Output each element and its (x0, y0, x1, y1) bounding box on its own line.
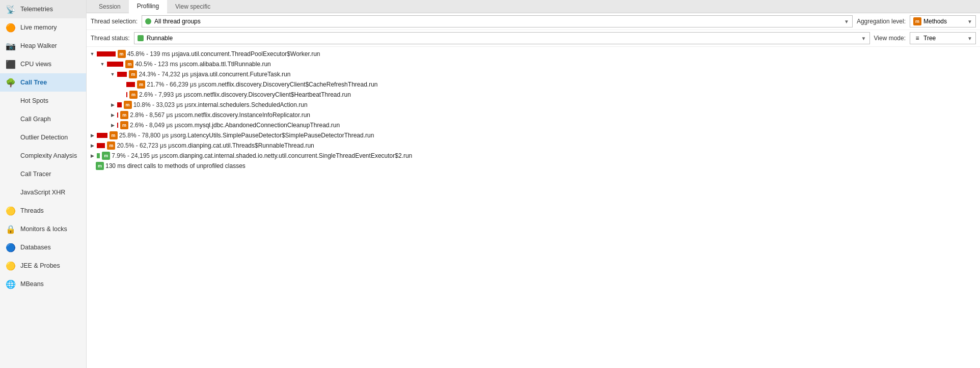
percent-bar (117, 72, 127, 77)
mbeans-label: MBeans (20, 280, 44, 288)
thread-selection-value: All thread groups (154, 18, 201, 25)
row-percent: 2.6% - 7,993 μs μs (139, 91, 190, 98)
row-text: 130 ms direct calls to methods of unprof… (105, 162, 246, 169)
hot-spots-label: Hot Spots (20, 97, 48, 104)
expand-btn[interactable]: ▶ (89, 132, 96, 139)
expand-btn[interactable]: ▼ (89, 50, 96, 58)
sidebar-item-databases[interactable]: 🔵Databases (0, 238, 86, 257)
method-icon: m (118, 50, 126, 58)
method-icon: m (96, 162, 104, 170)
table-row[interactable]: ▶m7.9% - 24,195 μs μs com.dianping.cat.i… (87, 151, 980, 161)
expand-btn[interactable]: ▶ (89, 152, 96, 159)
expand-btn[interactable]: ▶ (109, 101, 116, 108)
threads-icon: 🟡 (5, 205, 16, 216)
aggregation-level-value: Methods (923, 18, 947, 25)
percent-bar (97, 51, 116, 56)
aggregation-level-select[interactable]: m Methods ▼ (910, 15, 976, 27)
outlier-detection-label: Outlier Detection (20, 134, 68, 141)
main-content: Session Profiling View specific Thread s… (87, 0, 980, 368)
call-tracer-icon (5, 168, 16, 180)
sidebar-item-complexity-analysis[interactable]: Complexity Analysis (0, 147, 86, 165)
call-tree-icon: 🌳 (5, 77, 16, 88)
view-mode-select[interactable]: ≡ Tree ▼ (910, 32, 976, 44)
call-graph-label: Call Graph (20, 116, 51, 123)
table-row[interactable]: m130 ms direct calls to methods of unpro… (87, 161, 980, 171)
method-icon: m (129, 70, 137, 78)
view-specific-button[interactable]: View specific (167, 0, 219, 13)
sidebar-item-telemetries[interactable]: 📡Telemetries (0, 0, 86, 18)
thread-status-dot (138, 35, 144, 41)
sidebar-item-heap-walker[interactable]: 📷Heap Walker (0, 37, 86, 55)
row-text: com.netflix.discovery.InstanceInfoReplic… (181, 111, 310, 119)
sidebar-item-monitors-locks[interactable]: 🔒Monitors & locks (0, 220, 86, 238)
percent-bar (107, 62, 123, 67)
live-memory-icon: 🟠 (5, 22, 16, 33)
sidebar-item-cpu-views[interactable]: ⬛CPU views (0, 55, 86, 73)
methods-icon: m (913, 17, 921, 25)
table-row[interactable]: ▶m25.8% - 78,800 μs μs org.LatencyUtils.… (87, 130, 980, 140)
sidebar-item-call-graph[interactable]: Call Graph (0, 110, 86, 128)
percent-bar (117, 102, 122, 107)
table-row[interactable]: ▼m40.5% - 123 ms μs com.alibaba.ttl.TtlR… (87, 59, 980, 69)
row-percent: 2.8% - 8,567 μs μs (130, 111, 181, 119)
sidebar-item-call-tree[interactable]: 🌳Call Tree (0, 73, 86, 92)
table-row[interactable]: ▶m2.6% - 8,049 μs μs com.mysql.jdbc.Aban… (87, 120, 980, 130)
profiling-button[interactable]: Profiling (129, 0, 167, 13)
percent-bar (117, 112, 118, 118)
expand-btn[interactable]: ▶ (109, 111, 116, 119)
sidebar-item-hot-spots[interactable]: Hot Spots (0, 92, 86, 110)
tree-icon: ≡ (913, 34, 921, 42)
row-percent: 21.7% - 66,239 μs μs (147, 81, 205, 88)
row-text: com.alibaba.ttl.TtlRunnable.run (186, 61, 271, 68)
outlier-detection-icon (5, 132, 16, 143)
percent-bar (97, 153, 100, 158)
table-row[interactable]: m21.7% - 66,239 μs μs com.netflix.discov… (87, 79, 980, 90)
sidebar-item-mbeans[interactable]: 🌐MBeans (0, 275, 86, 293)
session-button[interactable]: Session (91, 0, 129, 13)
percent-bar (117, 123, 118, 128)
rows-area: ▼m45.8% - 139 ms μs java.util.concurrent… (87, 47, 980, 368)
row-percent: 7.9% - 24,195 μs μs (112, 152, 166, 159)
view-mode-label: View mode: (874, 35, 906, 42)
sidebar-item-outlier-detection[interactable]: Outlier Detection (0, 128, 86, 147)
method-icon: m (110, 131, 118, 139)
monitors-locks-icon: 🔒 (5, 223, 16, 235)
table-row[interactable]: ▼m45.8% - 139 ms μs java.util.concurrent… (87, 49, 980, 59)
sidebar-item-threads[interactable]: 🟡Threads (0, 202, 86, 220)
row-text: org.LatencyUtils.SimplePauseDetector$Sim… (177, 132, 374, 139)
expand-btn[interactable]: ▶ (89, 142, 96, 149)
view-mode-value: Tree (923, 35, 936, 42)
threads-label: Threads (20, 207, 44, 214)
heap-walker-icon: 📷 (5, 40, 16, 51)
method-icon: m (124, 101, 132, 109)
top-bar: Session Profiling View specific (87, 0, 980, 13)
call-tree-label: Call Tree (20, 79, 47, 86)
thread-status-label: Thread status: (91, 35, 130, 42)
sidebar: 📡Telemetries🟠Live memory📷Heap Walker⬛CPU… (0, 0, 87, 368)
sidebar-item-javascript-xhr[interactable]: JavaScript XHR (0, 183, 86, 202)
thread-status-select[interactable]: Runnable ▼ (134, 32, 870, 44)
table-row[interactable]: m2.6% - 7,993 μs μs com.netflix.discover… (87, 90, 980, 100)
monitors-locks-label: Monitors & locks (20, 225, 67, 233)
aggregation-level-arrow: ▼ (967, 19, 972, 24)
row-text: com.netflix.discovery.DiscoveryClient$Ca… (205, 81, 377, 88)
jee-probes-icon: 🟡 (5, 260, 16, 271)
row-text: com.mysql.jdbc.AbandonedConnectionCleanu… (181, 122, 340, 129)
thread-selection-select[interactable]: All thread groups ▼ (142, 15, 853, 27)
complexity-analysis-icon (5, 150, 16, 161)
sidebar-item-live-memory[interactable]: 🟠Live memory (0, 18, 86, 37)
sidebar-item-call-tracer[interactable]: Call Tracer (0, 165, 86, 183)
thread-selection-dot (145, 18, 151, 24)
expand-btn[interactable]: ▶ (109, 122, 116, 129)
javascript-xhr-label: JavaScript XHR (20, 189, 65, 196)
row-percent: 24.3% - 74,232 μs μs (139, 71, 197, 78)
table-row[interactable]: ▶m20.5% - 62,723 μs μs com.dianping.cat.… (87, 140, 980, 151)
table-row[interactable]: ▼m24.3% - 74,232 μs μs java.util.concurr… (87, 69, 980, 79)
expand-btn[interactable]: ▼ (99, 61, 106, 68)
table-row[interactable]: ▶m2.8% - 8,567 μs μs com.netflix.discove… (87, 110, 980, 120)
table-row[interactable]: ▶m10.8% - 33,023 μs μs rx.internal.sched… (87, 100, 980, 110)
sidebar-item-jee-probes[interactable]: 🟡JEE & Probes (0, 257, 86, 275)
call-graph-icon (5, 114, 16, 125)
expand-btn[interactable]: ▼ (109, 71, 116, 78)
row-text: com.dianping.cat.internal.shaded.io.nett… (167, 152, 413, 159)
